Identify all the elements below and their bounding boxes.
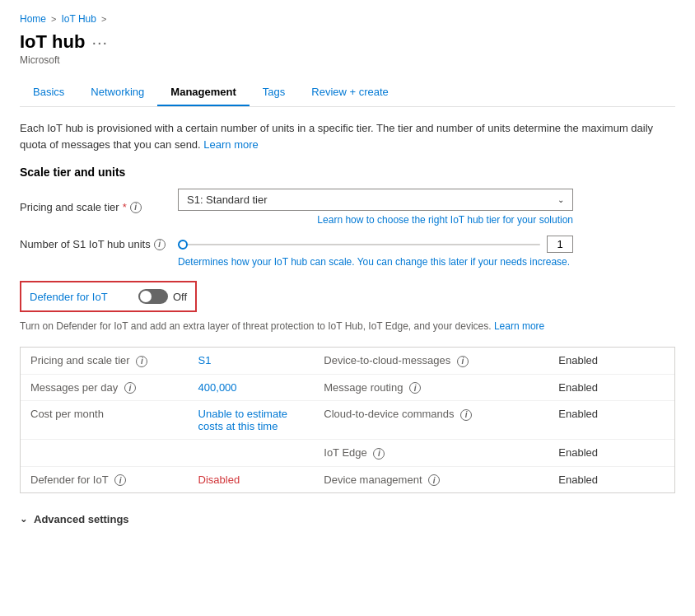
summary-key-cost: Cost per month — [21, 401, 189, 440]
advanced-settings-section[interactable]: ⌄ Advanced settings — [20, 506, 675, 532]
summary-val-iot-edge: Enabled — [548, 440, 674, 467]
summary-val-d2c: Enabled — [548, 348, 674, 374]
tab-networking[interactable]: Networking — [77, 79, 157, 106]
summary-val-messages: 400,000 — [189, 374, 315, 401]
toggle-knob — [140, 291, 152, 302]
summary-val-cost: Unable to estimate costs at this time — [189, 401, 315, 440]
breadcrumb: Home > IoT Hub > — [20, 13, 675, 25]
summary-val-pricing-tier: S1 — [189, 348, 315, 374]
pricing-tier-learn-link[interactable]: Learn how to choose the right IoT hub ti… — [178, 214, 573, 226]
required-indicator: * — [123, 201, 127, 213]
summary-key-pricing-tier: Pricing and scale tier i — [21, 348, 189, 374]
advanced-settings-label: Advanced settings — [34, 513, 129, 525]
select-chevron-icon: ⌄ — [557, 195, 564, 204]
summary-key-d2c: Device-to-cloud-messages i — [314, 348, 548, 374]
description-learn-more-link[interactable]: Learn more — [203, 138, 258, 151]
defender-label: Defender for IoT — [30, 291, 128, 303]
summary-key-defender: Defender for IoT i — [21, 466, 189, 492]
breadcrumb-sep1: > — [51, 14, 56, 24]
tab-management[interactable]: Management — [157, 79, 249, 106]
summary-key-iot-edge: IoT Edge i — [314, 440, 548, 467]
units-value-input[interactable] — [547, 236, 573, 253]
summary-key-empty — [21, 440, 189, 467]
units-slider[interactable] — [178, 244, 540, 245]
pricing-tier-label: Pricing and scale tier * i — [20, 201, 168, 213]
table-row: Cost per month Unable to estimate costs … — [21, 401, 674, 440]
pricing-tier-value: S1: Standard tier — [187, 194, 268, 206]
info-icon-d2c[interactable]: i — [457, 356, 469, 367]
summary-key-device-mgmt: Device management i — [314, 466, 548, 492]
summary-val-c2d: Enabled — [548, 401, 674, 440]
info-icon-pricing[interactable]: i — [136, 356, 147, 367]
tab-basics[interactable]: Basics — [20, 79, 77, 106]
pricing-tier-row: Pricing and scale tier * i S1: Standard … — [20, 189, 675, 226]
units-label: Number of S1 IoT hub units i — [20, 238, 168, 250]
info-icon-defender[interactable]: i — [114, 474, 126, 486]
summary-val-defender: Disabled — [189, 466, 315, 492]
defender-toggle-switch[interactable]: Off — [138, 289, 187, 304]
page-title: IoT hub — [20, 31, 85, 53]
summary-val-device-mgmt: Enabled — [548, 466, 674, 492]
summary-val-routing: Enabled — [548, 374, 674, 401]
summary-table: Pricing and scale tier i S1 Device-to-cl… — [20, 347, 675, 493]
pricing-info-icon[interactable]: i — [130, 202, 142, 213]
pricing-tier-select[interactable]: S1: Standard tier ⌄ — [178, 189, 573, 211]
table-row: Pricing and scale tier i S1 Device-to-cl… — [21, 348, 674, 374]
more-options-icon[interactable]: ··· — [91, 33, 108, 52]
toggle-state-text: Off — [173, 291, 187, 303]
info-icon-iot-edge[interactable]: i — [373, 448, 385, 460]
tab-review-create[interactable]: Review + create — [298, 79, 402, 106]
summary-key-c2d: Cloud-to-device commands i — [314, 401, 548, 440]
breadcrumb-sep2: > — [101, 14, 106, 24]
breadcrumb-iot-hub[interactable]: IoT Hub — [61, 13, 96, 25]
defender-toggle-row: Defender for IoT Off — [20, 281, 197, 312]
units-info-icon[interactable]: i — [154, 239, 166, 250]
summary-val-empty — [189, 440, 315, 467]
defender-description: Turn on Defender for IoT and add an extr… — [20, 319, 675, 334]
toggle-track[interactable] — [138, 289, 168, 304]
summary-key-messages: Messages per day i — [21, 374, 189, 401]
tabs-nav: Basics Networking Management Tags Review… — [20, 79, 675, 107]
summary-key-routing: Message routing i — [314, 374, 548, 401]
info-icon-c2d[interactable]: i — [460, 409, 472, 421]
page-subtitle: Microsoft — [20, 54, 675, 66]
scale-section-title: Scale tier and units — [20, 166, 675, 179]
page-header: IoT hub ··· — [20, 31, 675, 53]
units-slider-row: Number of S1 IoT hub units i — [20, 236, 675, 253]
advanced-chevron-icon: ⌄ — [20, 514, 27, 525]
table-row: Defender for IoT i Disabled Device manag… — [21, 466, 674, 492]
info-icon-routing[interactable]: i — [409, 382, 421, 394]
defender-learn-more-link[interactable]: Learn more — [494, 320, 544, 332]
table-row: Messages per day i 400,000 Message routi… — [21, 374, 674, 401]
table-row: IoT Edge i Enabled — [21, 440, 674, 467]
info-icon-device-mgmt[interactable]: i — [428, 474, 440, 486]
breadcrumb-home[interactable]: Home — [20, 13, 46, 25]
management-description: Each IoT hub is provisioned with a certa… — [20, 120, 675, 152]
units-slider-hint: Determines how your IoT hub can scale. Y… — [20, 256, 675, 268]
tab-tags[interactable]: Tags — [250, 79, 298, 106]
units-slider-container — [178, 236, 573, 253]
info-icon-messages[interactable]: i — [124, 382, 136, 394]
pricing-tier-select-wrapper: S1: Standard tier ⌄ Learn how to choose … — [178, 189, 573, 226]
slider-thumb — [178, 240, 188, 250]
